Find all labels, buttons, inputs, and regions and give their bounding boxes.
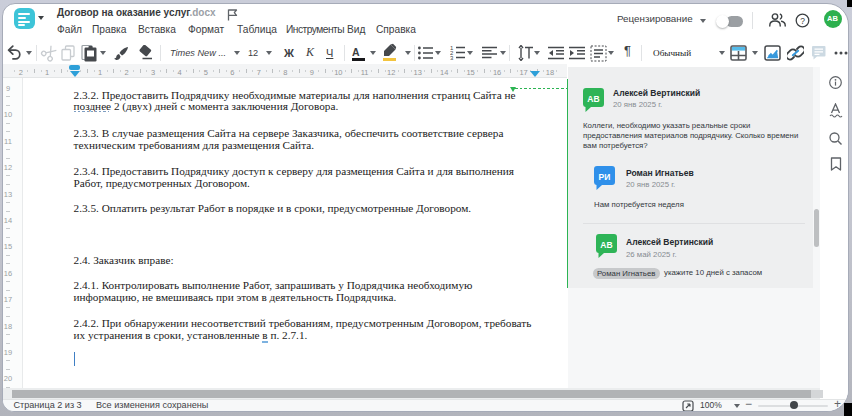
svg-text:РИ: РИ (599, 172, 611, 182)
svg-text:АВ: АВ (587, 94, 599, 104)
svg-text:3: 3 (450, 55, 454, 60)
svg-text:?: ? (800, 15, 805, 25)
svg-text:АВ: АВ (600, 240, 612, 250)
